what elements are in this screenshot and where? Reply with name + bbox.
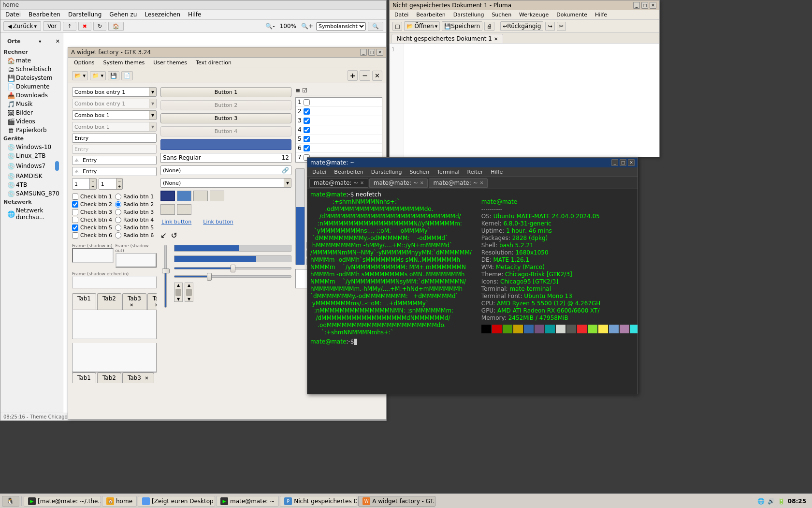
sidebar-item-ramdisk[interactable]: 💿RAMDISK bbox=[0, 172, 63, 180]
color-btn-light[interactable] bbox=[193, 191, 208, 201]
list-row-6[interactable]: 6 bbox=[296, 144, 382, 153]
fm-home-button[interactable]: 🏠 bbox=[108, 22, 124, 31]
taskbar-start[interactable]: 🐧 bbox=[2, 496, 19, 507]
tab-2[interactable]: Tab2 bbox=[97, 293, 121, 310]
list-row-2[interactable]: 2 bbox=[296, 107, 382, 116]
bottom-tab-1[interactable]: Tab1 bbox=[72, 373, 96, 383]
radio-3-input[interactable] bbox=[115, 209, 121, 215]
pluma-tab-close[interactable]: ✕ bbox=[494, 36, 498, 42]
sidebar-item-netzwerk[interactable]: 🌐Netzwerk durchsu... bbox=[0, 206, 63, 222]
pluma-menu-dokumente[interactable]: Dokumente bbox=[554, 11, 589, 18]
entry-4-input[interactable] bbox=[81, 167, 155, 176]
fm-zoom-in[interactable]: 🔍+ bbox=[300, 22, 314, 30]
button-1[interactable]: Button 1 bbox=[160, 87, 291, 97]
fm-menu-lesezeichen[interactable]: Lesezeichen bbox=[143, 11, 182, 18]
pluma-editor[interactable] bbox=[404, 44, 659, 157]
entry-1[interactable] bbox=[72, 134, 157, 143]
pluma-minimize[interactable]: _ bbox=[633, 2, 640, 9]
fm-view-select[interactable]: Symbolansicht bbox=[316, 22, 366, 30]
radio-2[interactable]: Radio btn 2 bbox=[115, 201, 157, 208]
term-menu-terminal[interactable]: Terminal bbox=[435, 168, 462, 176]
combo-entry-1-arrow[interactable]: ▾ bbox=[149, 88, 156, 96]
check-6[interactable]: Check btn 6 bbox=[72, 232, 114, 239]
sidebar-item-windows10[interactable]: 💿Windows-10 bbox=[0, 143, 63, 151]
spinner-1-minus[interactable]: − bbox=[89, 179, 96, 184]
wf-doc-btn[interactable]: 📄 bbox=[121, 71, 133, 80]
hscale-1[interactable] bbox=[174, 266, 291, 270]
sidebar-item-papierkorb[interactable]: 🗑Papierkorb bbox=[0, 126, 63, 134]
taskbar-app-home[interactable]: 🏠 home bbox=[102, 496, 137, 507]
tab-3[interactable]: Tab3 ✕ bbox=[122, 293, 146, 310]
pluma-open-btn[interactable]: 📂 Öffnen ▾ bbox=[404, 21, 440, 31]
check-listbox[interactable]: 1 2 3 4 5 bbox=[295, 97, 382, 163]
sidebar-item-schreibtisch[interactable]: 🗂Schreibtisch bbox=[0, 65, 63, 74]
spinner-2-minus[interactable]: − bbox=[116, 179, 123, 184]
radio-4[interactable]: Radio btn 4 bbox=[115, 217, 157, 223]
spinner-1-plus[interactable]: + bbox=[89, 184, 96, 189]
pluma-menu-datei[interactable]: Datei bbox=[392, 11, 410, 18]
term-tab-2[interactable]: mate@mate: ~ ✕ bbox=[369, 178, 428, 188]
check-2[interactable]: Check btn 2 bbox=[72, 201, 114, 208]
list-row-5-check[interactable] bbox=[304, 136, 310, 142]
pluma-new-btn[interactable]: □ bbox=[392, 22, 402, 31]
sidebar-item-bilder[interactable]: 🖼Bilder bbox=[0, 108, 63, 117]
none-dropdown-1[interactable]: (None) 🔗 bbox=[160, 165, 291, 175]
bottom-tab-3[interactable]: Tab3 ✕ bbox=[122, 373, 154, 383]
wf-maximize[interactable]: □ bbox=[368, 49, 375, 56]
color-btn-light2[interactable] bbox=[210, 191, 224, 201]
sidebar-item-windows7[interactable]: 💿Windows7 bbox=[0, 160, 63, 172]
pluma-tab-unsaved[interactable]: Nicht gespeichertes Dokument 1 ✕ bbox=[392, 34, 503, 43]
taskbar-app-widget-factory[interactable]: W A widget factory - GT... bbox=[358, 496, 435, 507]
spinner-2[interactable]: − + bbox=[99, 178, 123, 190]
term-close[interactable]: ✕ bbox=[628, 159, 635, 166]
bottom-tab-3-close[interactable]: ✕ bbox=[145, 375, 148, 381]
fm-back-button[interactable]: ◀ Zurück ▾ bbox=[3, 21, 41, 31]
term-menu-bearbeiten[interactable]: Bearbeiten bbox=[332, 168, 365, 176]
tab-4-close[interactable]: ✕ bbox=[155, 302, 157, 308]
combo-entry-1[interactable]: ▾ bbox=[72, 87, 157, 97]
radio-5[interactable]: Radio btn 5 bbox=[115, 224, 157, 231]
taskbar-app-terminal2[interactable]: ▶ mate@mate: ~ bbox=[216, 496, 279, 507]
taskbar-app-desktop[interactable]: [Zeigt euren Desktop ... bbox=[138, 496, 215, 507]
combo-box-1[interactable]: ▾ bbox=[72, 110, 157, 120]
check-4-input[interactable] bbox=[72, 217, 78, 223]
term-tab-3[interactable]: mate@mate: ~ ✕ bbox=[429, 178, 488, 188]
pluma-redo-btn[interactable]: ↪ bbox=[545, 22, 554, 31]
radio-2-input[interactable] bbox=[115, 201, 121, 208]
radio-1-input[interactable] bbox=[115, 194, 121, 200]
fm-up-button[interactable]: ↑ bbox=[63, 22, 76, 31]
check-5[interactable]: Check btn 5 bbox=[72, 224, 114, 231]
wf-folder2-btn[interactable]: 📁 ▾ bbox=[90, 71, 106, 80]
fm-stop-button[interactable]: ✖ bbox=[78, 22, 91, 31]
none-dropdown-1-expand[interactable]: 🔗 bbox=[280, 166, 291, 175]
combo-box-1-input[interactable] bbox=[72, 111, 149, 120]
pluma-print-btn[interactable]: 🖨 bbox=[484, 22, 494, 31]
list-row-1-check[interactable] bbox=[304, 99, 310, 105]
color-btn-blue-mid[interactable] bbox=[177, 191, 191, 201]
entry-3-with-icons[interactable]: ⚠ 🔍 bbox=[72, 156, 157, 165]
term-menu-hilfe[interactable]: Hilfe bbox=[489, 168, 505, 176]
fm-search-button[interactable]: 🔍 bbox=[368, 22, 383, 31]
sidebar-arrow[interactable]: ▾ bbox=[39, 39, 41, 44]
color-btn-a[interactable] bbox=[160, 204, 175, 215]
fm-forward-button[interactable]: Vor bbox=[43, 21, 61, 31]
term-menu-datei[interactable]: Datei bbox=[310, 168, 328, 176]
check-4[interactable]: Check btn 4 bbox=[72, 217, 114, 223]
sidebar-item-mate[interactable]: 🏠mate bbox=[0, 56, 63, 65]
fm-menu-bearbeiten[interactable]: Bearbeiten bbox=[27, 11, 62, 18]
term-tab-2-close[interactable]: ✕ bbox=[420, 180, 424, 185]
list-row-2-check[interactable] bbox=[304, 108, 310, 115]
wf-minimize[interactable]: _ bbox=[360, 49, 367, 56]
list-row-4-check[interactable] bbox=[304, 127, 310, 133]
term-body[interactable]: mate@mate:-$ neofetch :+shmNNMMMNnhs+:` … bbox=[307, 189, 638, 394]
tab-3-close[interactable]: ✕ bbox=[130, 302, 133, 308]
list-row-3[interactable]: 3 bbox=[296, 116, 382, 125]
term-menu-suchen[interactable]: Suchen bbox=[407, 168, 431, 176]
entry-4-with-icons[interactable]: ⚠ 🔍 bbox=[72, 167, 157, 176]
sidebar-item-dateisystem[interactable]: 💾Dateisystem bbox=[0, 74, 63, 82]
pluma-menu-darstellung[interactable]: Darstellung bbox=[451, 11, 486, 18]
pluma-undo-btn[interactable]: ↩ Rückgängig bbox=[500, 21, 543, 31]
pluma-close[interactable]: ✕ bbox=[650, 2, 656, 9]
wf-menu-system[interactable]: System themes bbox=[101, 59, 146, 66]
wf-x-btn[interactable]: ✕ bbox=[372, 71, 382, 81]
